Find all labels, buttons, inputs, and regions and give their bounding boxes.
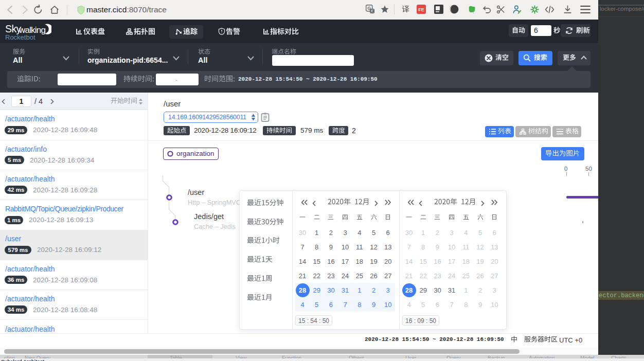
svg-text:FE: FE bbox=[418, 7, 424, 12]
